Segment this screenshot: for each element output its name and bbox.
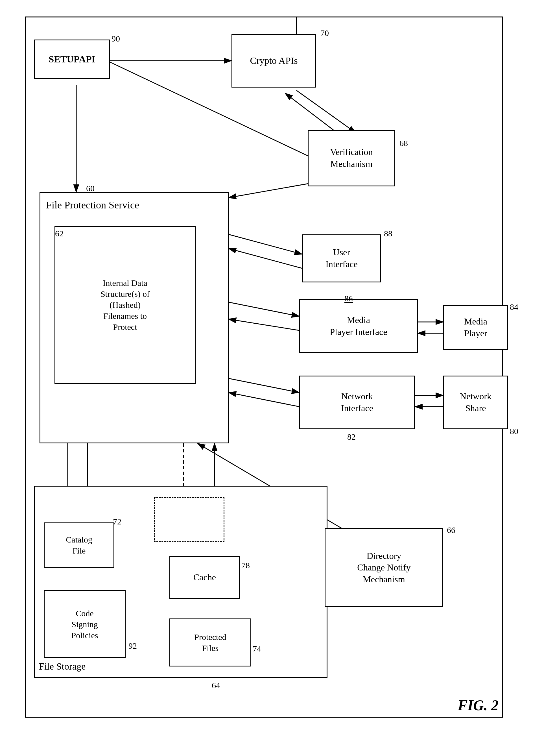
internal-data-box: Internal Data Structure(s) of (Hashed) F… xyxy=(54,226,196,384)
svg-line-11 xyxy=(229,249,302,268)
label-84: 84 xyxy=(510,302,518,312)
n66-text: 66 xyxy=(447,525,455,535)
media-player-box: Media Player xyxy=(443,305,508,350)
n60-text: 60 xyxy=(86,183,94,193)
svg-line-6 xyxy=(296,90,356,133)
network-interface-box: Network Interface xyxy=(299,376,415,429)
label-60: 60 xyxy=(86,183,94,193)
svg-line-12 xyxy=(229,302,299,316)
label-90: 90 xyxy=(112,34,120,43)
verification-mechanism-box: Verification Mechanism xyxy=(308,130,395,186)
n88-text: 88 xyxy=(384,229,392,238)
fps-label: File Protection Service xyxy=(46,199,139,212)
n70-text: 70 xyxy=(321,28,329,38)
user-interface-label: User Interface xyxy=(326,247,358,270)
label-78: 78 xyxy=(241,560,250,570)
directory-change-label: Directory Change Notify Mechanism xyxy=(357,550,411,585)
label-62: 62 xyxy=(55,229,63,238)
n90-text: 90 xyxy=(112,34,120,43)
setupapi-label: SETUPAPI xyxy=(49,53,95,66)
svg-line-17 xyxy=(229,392,299,407)
directory-change-box: Directory Change Notify Mechanism xyxy=(325,528,443,607)
n74-text: 74 xyxy=(253,644,261,653)
media-player-label: Media Player xyxy=(464,316,487,339)
label-82: 82 xyxy=(347,432,356,442)
dashed-placeholder-box xyxy=(154,497,224,542)
cache-box: Cache xyxy=(169,556,240,599)
crypto-apis-label: Crypto APIs xyxy=(250,54,298,67)
media-player-interface-label: Media Player Interface xyxy=(330,314,387,338)
label-70: 70 xyxy=(321,28,329,38)
n82-text: 82 xyxy=(347,432,356,442)
crypto-apis-box: Crypto APIs xyxy=(231,34,316,88)
catalog-file-label: Catalog File xyxy=(66,534,92,556)
file-protection-service-box: File Protection Service Internal Data St… xyxy=(40,192,229,444)
user-interface-box: User Interface xyxy=(302,235,381,282)
network-share-label: Network Share xyxy=(460,390,492,414)
svg-line-16 xyxy=(229,378,299,392)
cache-label: Cache xyxy=(194,572,216,583)
network-interface-label: Network Interface xyxy=(341,390,373,414)
media-player-interface-box: Media Player Interface xyxy=(299,299,418,353)
label-80: 80 xyxy=(510,426,518,436)
n78-text: 78 xyxy=(241,560,250,570)
file-storage-label: File Storage xyxy=(39,660,86,673)
setupapi-box: SETUPAPI xyxy=(34,40,110,79)
label-66: 66 xyxy=(447,525,455,535)
n68-text: 68 xyxy=(399,138,408,148)
label-64: 64 xyxy=(212,681,220,690)
fig-label-text: FIG. 2 xyxy=(458,697,499,713)
fig-label: FIG. 2 xyxy=(458,697,499,714)
label-72: 72 xyxy=(113,517,121,527)
protected-files-box: Protected Files xyxy=(169,619,251,667)
n92-text: 92 xyxy=(128,641,137,650)
label-68: 68 xyxy=(399,138,408,148)
catalog-file-box: Catalog File xyxy=(44,522,114,568)
svg-line-10 xyxy=(229,235,302,254)
n64-text: 64 xyxy=(212,681,220,690)
protected-files-label: Protected Files xyxy=(194,631,226,654)
n62-text: 62 xyxy=(55,229,63,238)
n86-text: 86 xyxy=(344,294,353,303)
code-signing-label: Code Signing Policies xyxy=(72,608,98,641)
label-74: 74 xyxy=(253,644,261,654)
n80-text: 80 xyxy=(510,426,518,436)
svg-line-13 xyxy=(229,319,299,330)
internal-data-label: Internal Data Structure(s) of (Hashed) F… xyxy=(100,277,150,332)
network-share-box: Network Share xyxy=(443,376,508,429)
verification-label: Verification Mechanism xyxy=(330,146,373,170)
label-86: 86 xyxy=(344,294,353,303)
n84-text: 84 xyxy=(510,302,518,311)
code-signing-box: Code Signing Policies xyxy=(44,590,126,658)
n72-text: 72 xyxy=(113,517,121,526)
label-92: 92 xyxy=(128,641,137,650)
label-88: 88 xyxy=(384,229,392,238)
